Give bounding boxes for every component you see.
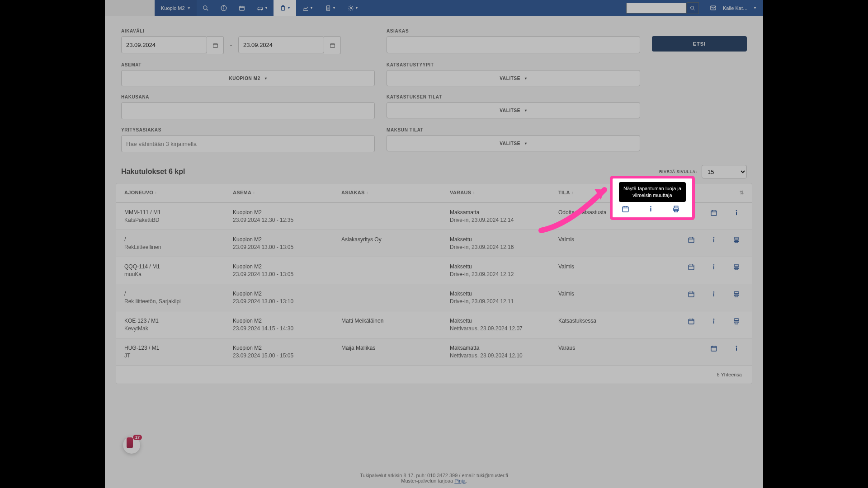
dim-overlay (105, 0, 763, 488)
calendar-icon[interactable] (622, 205, 629, 213)
print-icon[interactable] (672, 205, 680, 213)
svg-rect-74 (623, 207, 628, 212)
svg-point-78 (650, 206, 651, 207)
svg-rect-79 (650, 208, 651, 211)
info-icon[interactable] (647, 205, 655, 213)
tooltip: Näytä tapahtuman luoja ja viimeisin muut… (619, 182, 686, 202)
tooltip-highlight-box: Näytä tapahtuman luoja ja viimeisin muut… (613, 178, 692, 217)
